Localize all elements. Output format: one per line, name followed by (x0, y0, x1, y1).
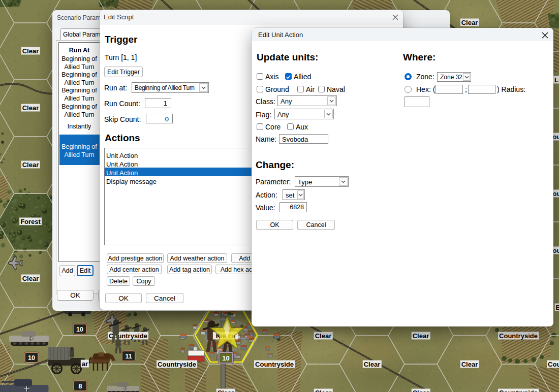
svg-text:10: 10 (76, 326, 83, 333)
svg-text:10: 10 (222, 354, 229, 362)
svg-text:10: 10 (28, 354, 35, 362)
svg-text:11: 11 (125, 353, 132, 360)
svg-text:8: 8 (79, 383, 82, 390)
